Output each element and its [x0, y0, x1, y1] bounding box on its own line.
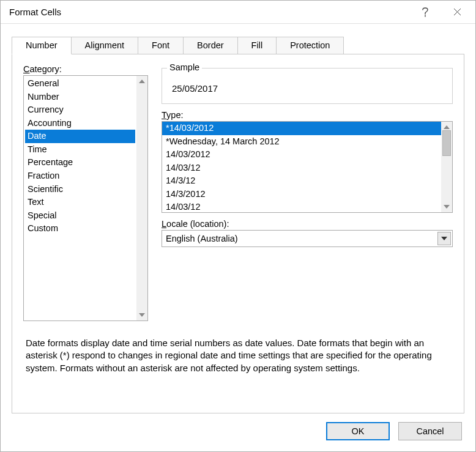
type-item[interactable]: 14/3/2012: [162, 188, 441, 201]
dialog-footer: OK Cancel: [1, 413, 475, 451]
tab-panel: Category: General Number Currency Accoun…: [12, 54, 464, 413]
category-item[interactable]: Percentage: [25, 156, 135, 169]
type-scrollbar[interactable]: [441, 122, 452, 212]
chevron-down-icon: [441, 237, 447, 240]
sample-label: Sample: [167, 62, 202, 72]
type-items: *14/03/2012 *Wednesday, 14 March 2012 14…: [162, 122, 441, 212]
format-cells-dialog: Format Cells Number Alignment Font Borde…: [0, 0, 476, 452]
window-title: Format Cells: [9, 7, 409, 17]
locale-label: Locale (location):: [162, 219, 453, 229]
ok-button[interactable]: OK: [326, 422, 390, 440]
tab-alignment[interactable]: Alignment: [72, 37, 138, 54]
tab-protection[interactable]: Protection: [277, 37, 344, 54]
scroll-up-icon[interactable]: [139, 77, 145, 86]
category-item[interactable]: Fraction: [25, 169, 135, 183]
category-item[interactable]: Accounting: [25, 117, 135, 130]
category-item[interactable]: General: [25, 77, 135, 91]
type-item[interactable]: 14/3/12: [162, 174, 441, 188]
help-button[interactable]: [409, 1, 441, 23]
tab-fill[interactable]: Fill: [238, 37, 277, 54]
type-item[interactable]: 14/03/12: [162, 161, 441, 175]
category-item[interactable]: Time: [25, 143, 135, 157]
category-column: Category: General Number Currency Accoun…: [23, 64, 148, 321]
scroll-thumb[interactable]: [442, 130, 451, 156]
type-label: Type:: [162, 110, 453, 120]
category-item-selected[interactable]: Date: [25, 130, 135, 143]
scroll-down-icon[interactable]: [139, 311, 145, 319]
category-item[interactable]: Special: [25, 209, 135, 223]
locale-combobox[interactable]: English (Australia): [162, 230, 453, 247]
category-item[interactable]: Custom: [25, 222, 135, 235]
category-item[interactable]: Text: [25, 196, 135, 209]
sample-value: 25/05/2017: [171, 81, 445, 96]
right-column: Sample 25/05/2017 Type: *14/03/2012 *Wed…: [162, 64, 453, 321]
type-item-selected[interactable]: *14/03/2012: [162, 122, 441, 135]
close-button[interactable]: [441, 1, 473, 23]
category-label: Category:: [23, 64, 148, 74]
tab-strip: Number Alignment Font Border Fill Protec…: [1, 24, 475, 54]
type-listbox[interactable]: *14/03/2012 *Wednesday, 14 March 2012 14…: [162, 121, 453, 213]
titlebar: Format Cells: [1, 1, 475, 24]
description-text: Date formats display date and time seria…: [26, 337, 450, 374]
dropdown-button[interactable]: [437, 232, 451, 245]
type-item[interactable]: 14/03/12: [162, 201, 441, 212]
type-item[interactable]: *Wednesday, 14 March 2012: [162, 135, 441, 149]
category-item[interactable]: Currency: [25, 103, 135, 117]
sample-groupbox: Sample 25/05/2017: [162, 68, 453, 104]
tab-border[interactable]: Border: [184, 37, 238, 54]
type-item[interactable]: 14/03/2012: [162, 148, 441, 161]
cancel-button[interactable]: Cancel: [398, 422, 462, 440]
category-scrollbar[interactable]: [136, 76, 147, 320]
category-items: General Number Currency Accounting Date …: [24, 76, 136, 320]
category-item[interactable]: Scientific: [25, 183, 135, 196]
category-item[interactable]: Number: [25, 91, 135, 104]
category-listbox[interactable]: General Number Currency Accounting Date …: [23, 75, 148, 321]
locale-value: English (Australia): [166, 234, 437, 243]
scroll-down-icon[interactable]: [444, 202, 450, 211]
content-row: Category: General Number Currency Accoun…: [23, 64, 453, 321]
tab-number[interactable]: Number: [12, 37, 72, 54]
tab-font[interactable]: Font: [138, 37, 184, 54]
